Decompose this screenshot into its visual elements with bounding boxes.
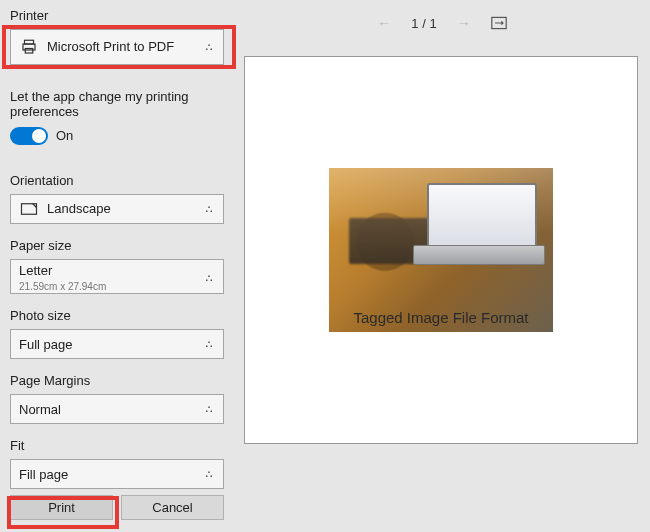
fit-dropdown[interactable]: Fill page ⛬	[10, 459, 224, 489]
fit-label: Fit	[10, 438, 224, 453]
photo-size-value: Full page	[19, 337, 199, 352]
paper-size-label: Paper size	[10, 238, 224, 253]
chevron-down-icon: ⛬	[203, 202, 215, 216]
page-margins-label: Page Margins	[10, 373, 224, 388]
printer-icon	[19, 38, 39, 56]
preview-image: Tagged Image File Format	[329, 168, 553, 332]
printer-value: Microsoft Print to PDF	[47, 39, 199, 54]
landscape-icon	[19, 202, 39, 216]
chevron-down-icon: ⛬	[203, 40, 215, 54]
image-caption: Tagged Image File Format	[329, 309, 553, 326]
preview-page: Tagged Image File Format	[244, 56, 638, 444]
paper-size-dimensions: 21.59cm x 27.94cm	[19, 281, 106, 292]
fit-value: Fill page	[19, 467, 199, 482]
chevron-down-icon: ⛬	[203, 337, 215, 351]
page-margins-value: Normal	[19, 402, 199, 417]
fit-to-page-icon[interactable]	[491, 16, 507, 30]
next-page-button[interactable]: →	[457, 15, 471, 31]
paper-size-value: Letter	[19, 263, 199, 278]
photo-size-label: Photo size	[10, 308, 224, 323]
svg-rect-2	[25, 48, 33, 53]
preferences-toggle[interactable]	[10, 127, 48, 145]
orientation-value: Landscape	[47, 201, 199, 216]
print-button[interactable]: Print	[10, 495, 113, 520]
printer-label: Printer	[10, 8, 224, 23]
paper-size-dropdown[interactable]: Letter 21.59cm x 27.94cm ⛬	[10, 259, 224, 295]
orientation-label: Orientation	[10, 173, 224, 188]
cancel-button[interactable]: Cancel	[121, 495, 224, 520]
printer-dropdown[interactable]: Microsoft Print to PDF ⛬	[10, 29, 224, 65]
preview-area: ← 1 / 1 → Tagged Image File Format	[234, 0, 650, 532]
orientation-dropdown[interactable]: Landscape ⛬	[10, 194, 224, 224]
chevron-down-icon: ⛬	[203, 467, 215, 481]
page-indicator: 1 / 1	[411, 16, 436, 31]
allow-preferences-label: Let the app change my printing preferenc…	[10, 89, 224, 119]
chevron-down-icon: ⛬	[203, 271, 215, 285]
prev-page-button[interactable]: ←	[377, 15, 391, 31]
toggle-state-label: On	[56, 128, 73, 143]
chevron-down-icon: ⛬	[203, 402, 215, 416]
page-margins-dropdown[interactable]: Normal ⛬	[10, 394, 224, 424]
photo-size-dropdown[interactable]: Full page ⛬	[10, 329, 224, 359]
